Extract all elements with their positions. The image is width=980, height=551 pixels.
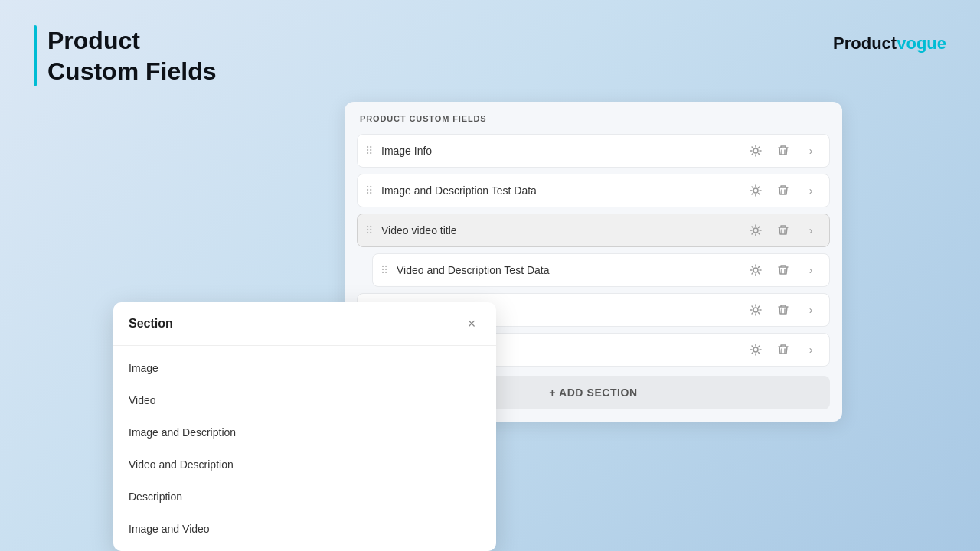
row-actions-image-description: › <box>745 180 822 201</box>
section-option-description[interactable]: Description <box>113 481 496 513</box>
row-actions-partial-video: › <box>745 339 822 360</box>
section-option-image-and-video[interactable]: Image and Video <box>113 513 496 545</box>
page-title-area: Product Custom Fields <box>34 25 216 86</box>
drag-handle-image-description[interactable]: ⠿ <box>365 184 374 197</box>
settings-button-partial-video[interactable] <box>745 339 766 360</box>
expand-button-video-description[interactable]: › <box>800 259 822 281</box>
row-video-description: ⠿ Video and Description Test Data › <box>372 253 830 287</box>
row-video-title: ⠿ Video video title › <box>357 214 830 247</box>
expand-button-partial-title[interactable]: › <box>800 299 822 321</box>
page-title: Product Custom Fields <box>47 25 216 86</box>
row-image-info: ⠿ Image Info › <box>357 134 830 168</box>
title-accent-bar <box>34 25 37 86</box>
dropdown-close-button[interactable]: × <box>462 315 481 333</box>
delete-button-video-description[interactable] <box>773 259 794 281</box>
svg-point-3 <box>753 268 758 272</box>
row-actions-partial-title: › <box>745 299 822 321</box>
svg-point-1 <box>753 188 758 193</box>
row-label-video-description: Video and Description Test Data <box>397 264 745 276</box>
svg-point-5 <box>753 347 758 352</box>
settings-button-image-info[interactable] <box>745 140 766 161</box>
svg-point-2 <box>753 228 758 233</box>
logo-product-text: Product <box>833 34 897 54</box>
expand-button-partial-video[interactable]: › <box>800 339 822 360</box>
section-option-video-and-description[interactable]: Video and Description <box>113 448 496 481</box>
row-actions-video-title: › <box>745 220 822 241</box>
delete-button-image-info[interactable] <box>773 140 794 161</box>
section-option-image[interactable]: Image <box>113 352 496 384</box>
expand-button-video-title[interactable]: › <box>800 220 822 241</box>
settings-button-partial-title[interactable] <box>745 299 766 321</box>
delete-button-video-title[interactable] <box>773 220 794 241</box>
logo-vogue-text: vogue <box>897 34 946 54</box>
section-dropdown: Section × Image Video Image and Descript… <box>113 302 496 551</box>
settings-button-image-description[interactable] <box>745 180 766 201</box>
delete-button-partial-title[interactable] <box>773 299 794 321</box>
expand-button-image-description[interactable]: › <box>800 180 822 201</box>
dropdown-header: Section × <box>113 302 496 346</box>
row-actions-image-info: › <box>745 140 822 161</box>
drag-handle-video-description[interactable]: ⠿ <box>381 264 389 276</box>
settings-button-video-title[interactable] <box>745 220 766 241</box>
svg-point-4 <box>753 308 758 312</box>
panel-title: PRODUCT CUSTOM FIELDS <box>357 114 830 123</box>
row-image-description: ⠿ Image and Description Test Data › <box>357 174 830 207</box>
dropdown-list: Image Video Image and Description Video … <box>113 346 496 551</box>
row-label-video-title: Video video title <box>381 224 745 236</box>
dropdown-title: Section <box>129 317 173 331</box>
delete-button-image-description[interactable] <box>773 180 794 201</box>
drag-handle-image-info[interactable]: ⠿ <box>365 145 374 157</box>
delete-button-partial-video[interactable] <box>773 339 794 360</box>
row-label-image-info: Image Info <box>381 145 745 157</box>
row-actions-video-description: › <box>745 259 822 281</box>
logo: Productvogue <box>833 34 946 54</box>
drag-handle-video-title[interactable]: ⠿ <box>365 224 374 236</box>
section-option-video[interactable]: Video <box>113 384 496 416</box>
expand-button-image-info[interactable]: › <box>800 140 822 161</box>
row-label-image-description: Image and Description Test Data <box>381 184 745 197</box>
svg-point-0 <box>753 148 758 153</box>
settings-button-video-description[interactable] <box>745 259 766 281</box>
section-option-image-and-description[interactable]: Image and Description <box>113 416 496 448</box>
